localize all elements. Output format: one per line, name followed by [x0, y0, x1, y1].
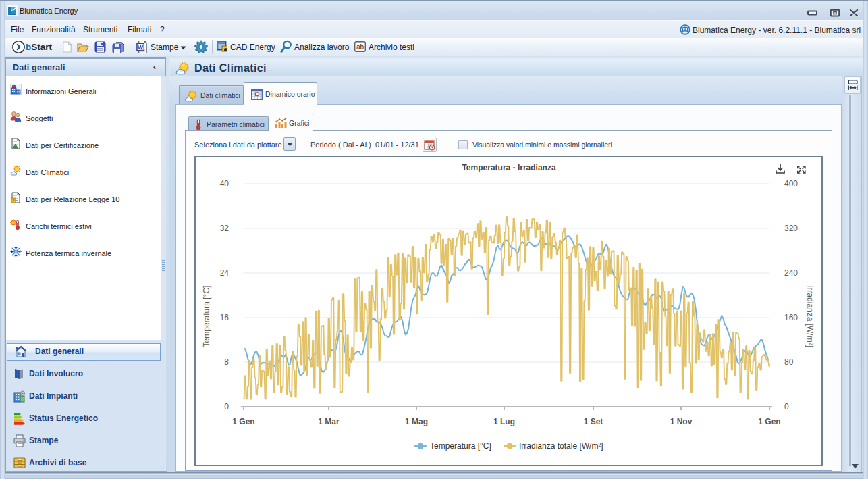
svg-text:Irradianza [W/m²]: Irradianza [W/m²]: [805, 285, 815, 347]
svg-text:1 Mag: 1 Mag: [405, 417, 428, 426]
svg-text:Irradianza totale [W/m²]: Irradianza totale [W/m²]: [519, 441, 603, 451]
svg-text:1 Mar: 1 Mar: [318, 417, 340, 426]
svg-text:320: 320: [784, 224, 798, 233]
svg-text:16: 16: [220, 313, 229, 322]
svg-text:400: 400: [784, 179, 798, 188]
svg-text:1 Gen: 1 Gen: [758, 417, 780, 426]
svg-text:W: W: [138, 44, 143, 51]
svg-text:80: 80: [784, 357, 794, 367]
svg-text:Temperatura [°C]: Temperatura [°C]: [430, 441, 491, 451]
svg-text:160: 160: [784, 313, 798, 322]
svg-text:Temperatura [°C]: Temperatura [°C]: [202, 286, 211, 347]
svg-text:1 Lug: 1 Lug: [493, 417, 515, 426]
svg-text:40: 40: [220, 179, 229, 188]
svg-text:24: 24: [220, 268, 229, 278]
svg-text:32: 32: [220, 224, 229, 233]
svg-text:1 Gen: 1 Gen: [232, 417, 254, 426]
svg-text:240: 240: [784, 268, 798, 278]
svg-text:0: 0: [224, 402, 229, 411]
svg-text:ab: ab: [356, 43, 364, 51]
svg-text:0: 0: [784, 402, 789, 411]
svg-text:8: 8: [224, 357, 229, 367]
svg-text:1 Nov: 1 Nov: [670, 417, 693, 426]
svg-text:1 Set: 1 Set: [584, 417, 603, 426]
svg-text:Temperatura - Irradianza: Temperatura - Irradianza: [462, 163, 555, 172]
